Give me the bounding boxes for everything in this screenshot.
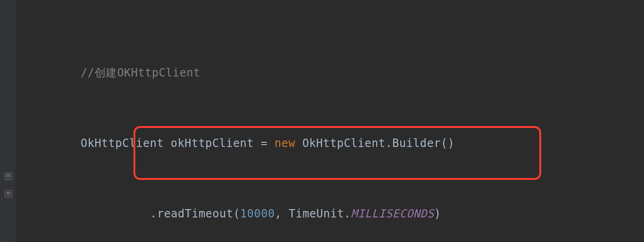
fold-marker-icon[interactable]: ⊟ bbox=[5, 190, 12, 197]
code-area[interactable]: //创建OKHttpClient OkHttpClient okHttpClie… bbox=[16, 0, 644, 242]
code-line: .readTimeout(10000, TimeUnit.MILLISECOND… bbox=[16, 205, 644, 223]
fold-marker-icon[interactable]: ⊟ bbox=[5, 172, 12, 180]
code-line: //创建OKHttpClient bbox=[16, 64, 644, 82]
code-line: OkHttpClient okHttpClient = new OkHttpCl… bbox=[16, 134, 644, 152]
editor-gutter: ⊟ ⊟ bbox=[0, 0, 16, 242]
comment-text: //创建OKHttpClient bbox=[81, 66, 200, 79]
code-editor[interactable]: ⊟ ⊟ //创建OKHttpClient OkHttpClient okHttp… bbox=[0, 0, 644, 242]
